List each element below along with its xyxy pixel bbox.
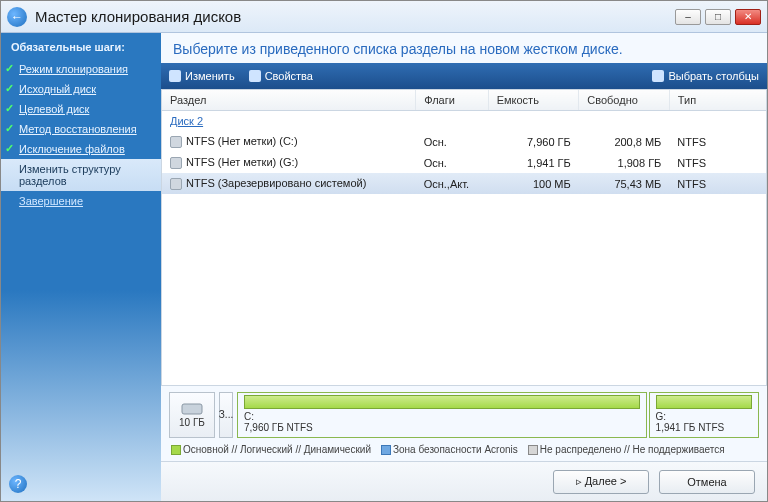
close-button[interactable]: ✕ — [735, 9, 761, 25]
col-flags[interactable]: Флаги — [416, 90, 488, 111]
disk-total-label: 10 ГБ — [179, 417, 205, 428]
window-controls: – □ ✕ — [675, 9, 761, 25]
cell-partition: NTFS (Нет метки) (G:) — [162, 152, 416, 173]
next-button[interactable]: ▹ Далее > — [553, 470, 649, 494]
hdd-icon — [181, 401, 203, 417]
columns-icon — [652, 70, 664, 82]
cell-capacity: 1,941 ГБ — [488, 152, 579, 173]
sidebar-item-5[interactable]: Изменить структуру разделов — [1, 159, 161, 191]
minimize-button[interactable]: – — [675, 9, 701, 25]
edit-label: Изменить — [185, 70, 235, 82]
next-label: ▹ Далее > — [576, 475, 627, 487]
table-row[interactable]: NTFS (Нет метки) (C:)Осн.7,960 ГБ200,8 М… — [162, 131, 766, 152]
sidebar-heading: Обязательные шаги: — [1, 41, 161, 59]
table-row[interactable]: NTFS (Нет метки) (G:)Осн.1,941 ГБ1,908 Г… — [162, 152, 766, 173]
slice-label: C:7,960 ГБ NTFS — [244, 411, 640, 433]
legend: Основной // Логический // Динамический З… — [161, 442, 767, 461]
slice-bar — [244, 395, 640, 409]
partition-icon — [170, 178, 182, 190]
cell-free: 75,43 МБ — [579, 173, 670, 194]
slice-bar — [656, 395, 752, 409]
cancel-button[interactable]: Отмена — [659, 470, 755, 494]
cell-type: NTFS — [669, 173, 766, 194]
partition-icon — [170, 157, 182, 169]
disk-layout-bar: 10 ГБ З... C:7,960 ГБ NTFSG:1,941 ГБ NTF… — [169, 392, 759, 438]
disk-total: 10 ГБ — [169, 392, 215, 438]
properties-label: Свойства — [265, 70, 313, 82]
table-header-row: Раздел Флаги Емкость Свободно Тип — [162, 90, 766, 111]
help-icon[interactable]: ? — [9, 475, 27, 493]
cell-free: 1,908 ГБ — [579, 152, 670, 173]
cell-flags: Осн. — [416, 152, 488, 173]
columns-label: Выбрать столбцы — [668, 70, 759, 82]
window-title: Мастер клонирования дисков — [35, 8, 675, 25]
back-icon[interactable]: ← — [7, 7, 27, 27]
partition-icon — [170, 136, 182, 148]
cell-partition: NTFS (Зарезервировано системой) — [162, 173, 416, 194]
sidebar-item-2[interactable]: Целевой диск — [1, 99, 161, 119]
title-bar: ← Мастер клонирования дисков – □ ✕ — [1, 1, 767, 33]
sidebar-item-0[interactable]: Режим клонирования — [1, 59, 161, 79]
reserved-slice-label: З... — [219, 409, 233, 420]
choose-columns-button[interactable]: Выбрать столбцы — [652, 70, 759, 82]
disk-slice-1[interactable]: G:1,941 ГБ NTFS — [649, 392, 759, 438]
sidebar-item-1[interactable]: Исходный диск — [1, 79, 161, 99]
legend-swatch-primary — [171, 445, 181, 455]
disk-group-label: Диск 2 — [162, 111, 766, 132]
col-capacity[interactable]: Емкость — [488, 90, 579, 111]
cell-capacity: 7,960 ГБ — [488, 131, 579, 152]
disk-slice-0[interactable]: C:7,960 ГБ NTFS — [237, 392, 647, 438]
slice-label: G:1,941 ГБ NTFS — [656, 411, 752, 433]
col-free[interactable]: Свободно — [579, 90, 670, 111]
svg-rect-0 — [182, 404, 202, 414]
cell-partition: NTFS (Нет метки) (C:) — [162, 131, 416, 152]
maximize-button[interactable]: □ — [705, 9, 731, 25]
reserved-slice[interactable]: З... — [219, 392, 233, 438]
sidebar-item-6[interactable]: Завершение — [1, 191, 161, 211]
properties-button[interactable]: Свойства — [249, 70, 313, 82]
instruction-text: Выберите из приведенного списка разделы … — [161, 33, 767, 63]
sidebar-item-3[interactable]: Метод восстановления — [1, 119, 161, 139]
footer: ▹ Далее > Отмена — [161, 461, 767, 501]
legend-primary: Основной // Логический // Динамический — [183, 444, 371, 455]
partition-table: Раздел Флаги Емкость Свободно Тип Диск 2… — [161, 89, 767, 386]
wizard-sidebar: Обязательные шаги: Режим клонированияИсх… — [1, 33, 161, 501]
col-type[interactable]: Тип — [669, 90, 766, 111]
disk-group-row[interactable]: Диск 2 — [162, 111, 766, 132]
cell-capacity: 100 МБ — [488, 173, 579, 194]
legend-unalloc: Не распределено // Не поддерживается — [540, 444, 725, 455]
pencil-icon — [169, 70, 181, 82]
legend-swatch-acronis — [381, 445, 391, 455]
cell-type: NTFS — [669, 152, 766, 173]
sidebar-item-4[interactable]: Исключение файлов — [1, 139, 161, 159]
cell-free: 200,8 МБ — [579, 131, 670, 152]
toolbar: Изменить Свойства Выбрать столбцы — [161, 63, 767, 89]
table-row[interactable]: NTFS (Зарезервировано системой)Осн.,Акт.… — [162, 173, 766, 194]
legend-acronis: Зона безопасности Acronis — [393, 444, 518, 455]
properties-icon — [249, 70, 261, 82]
legend-swatch-unalloc — [528, 445, 538, 455]
col-partition[interactable]: Раздел — [162, 90, 416, 111]
main-panel: Выберите из приведенного списка разделы … — [161, 33, 767, 501]
cell-flags: Осн.,Акт. — [416, 173, 488, 194]
edit-button[interactable]: Изменить — [169, 70, 235, 82]
cell-type: NTFS — [669, 131, 766, 152]
cell-flags: Осн. — [416, 131, 488, 152]
